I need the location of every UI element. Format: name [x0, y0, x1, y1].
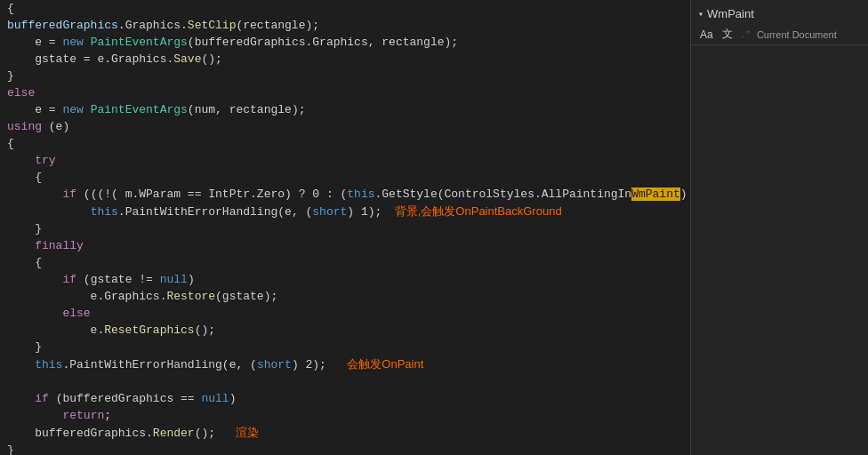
code-line-12: if (((!( m.WParam == IntPtr.Zero) ? 0 : …	[0, 186, 690, 203]
sidebar-title: WmPaint	[707, 7, 754, 20]
case-sensitive-button[interactable]: Aa	[698, 28, 715, 42]
code-line-10: try	[0, 152, 690, 169]
scope-label: Current Document	[757, 29, 837, 40]
code-line-7: e = new PaintEventArgs(num, rectangle);	[0, 101, 690, 118]
code-line-5: }	[0, 68, 690, 84]
chinese-char-button[interactable]: 文	[720, 26, 735, 43]
code-editor: { bufferedGraphics.Graphics.SetClip(rect…	[0, 0, 690, 455]
dropdown-arrow-icon[interactable]: ▾	[698, 9, 703, 20]
code-line-18: e.Graphics.Restore(gstate);	[0, 288, 690, 305]
code-line-11: {	[0, 169, 690, 186]
code-line-6: else	[0, 84, 690, 101]
code-line-21: }	[0, 339, 690, 355]
sidebar-toolbar: Aa 文 .* Current Document	[691, 24, 868, 45]
code-line-25: bufferedGraphics.Render(); 渲染	[0, 424, 690, 442]
code-line-14: }	[0, 220, 690, 237]
toolbar-separator: .*	[740, 29, 751, 40]
code-line-22: this.PaintWithErrorHandling(e, (short) 2…	[0, 355, 690, 373]
code-line-26: }	[0, 442, 690, 455]
code-line-20: e.ResetGraphics();	[0, 322, 690, 339]
code-line-9: {	[0, 135, 690, 152]
code-line-16: {	[0, 254, 690, 271]
code-line-1: {	[0, 0, 690, 17]
code-line-13: this.PaintWithErrorHandling(e, (short) 1…	[0, 203, 690, 220]
code-line-3: e = new PaintEventArgs(bufferedGraphics.…	[0, 34, 690, 51]
code-line-17: if (gstate != null)	[0, 271, 690, 288]
sidebar-panel: ▾ WmPaint Aa 文 .* Current Document	[690, 0, 868, 455]
code-line-24: return;	[0, 407, 690, 424]
wmpaint-highlight: WmPaint	[631, 188, 680, 201]
code-line-blank	[0, 373, 690, 390]
code-line-23: if (bufferedGraphics == null)	[0, 390, 690, 407]
main-container: { bufferedGraphics.Graphics.SetClip(rect…	[0, 0, 868, 455]
code-line-4: gstate = e.Graphics.Save();	[0, 51, 690, 68]
sidebar-header: ▾ WmPaint	[691, 4, 868, 24]
code-line-15: finally	[0, 237, 690, 254]
code-line-8: using (e)	[0, 118, 690, 135]
code-line-2: bufferedGraphics.Graphics.SetClip(rectan…	[0, 17, 690, 34]
code-line-19: else	[0, 305, 690, 322]
